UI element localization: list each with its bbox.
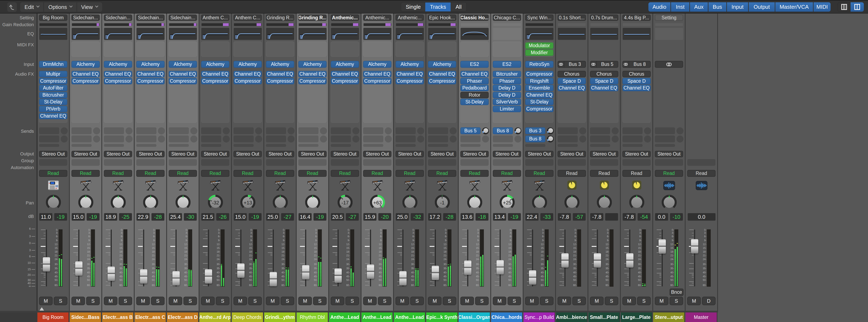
svg-text:+63: +63 (373, 200, 382, 205)
svg-text:-32: -32 (212, 200, 219, 205)
svg-text:-1: -1 (440, 200, 444, 205)
svg-text:-17: -17 (342, 200, 349, 205)
svg-text:+25: +25 (503, 200, 512, 205)
svg-text:+13: +13 (244, 200, 252, 205)
